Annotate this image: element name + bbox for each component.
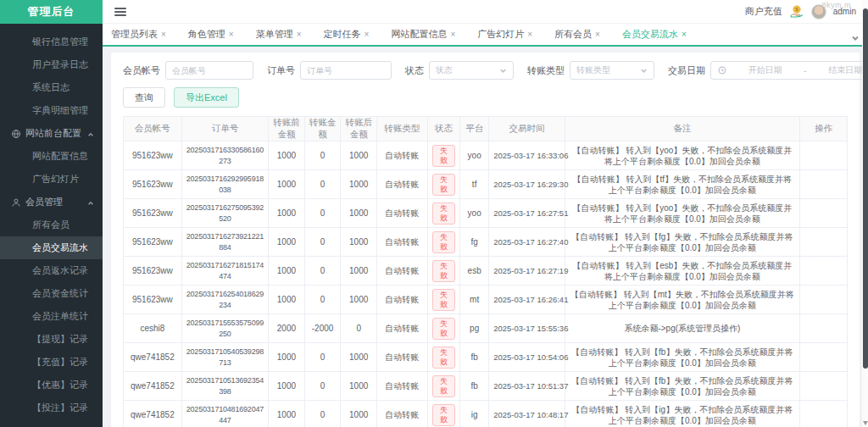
- cell-status: 失败: [427, 372, 459, 401]
- cell-order: 2025031716271815174474: [181, 257, 268, 286]
- cell-order: 2025031716330586160273: [181, 141, 268, 170]
- cell-amount: 0: [304, 228, 341, 257]
- topbar: 商户充值 $ admin: [103, 0, 868, 24]
- tab[interactable]: 管理员列表×: [111, 28, 166, 41]
- cell-post-amount: 1000: [341, 343, 377, 372]
- sidebar-item[interactable]: 【优惠】记录: [0, 374, 103, 396]
- sidebar-item[interactable]: 网站前台配置: [0, 122, 103, 145]
- sidebar-item[interactable]: 会员交易流水: [0, 236, 103, 259]
- cell-time: 2025-03-17 16:33:06: [489, 141, 565, 170]
- cell-post-amount: 1000: [341, 170, 377, 199]
- tab[interactable]: 广告幻灯片×: [477, 28, 532, 41]
- cell-action: [800, 314, 848, 343]
- page-scrollbar[interactable]: [862, 0, 868, 427]
- account-input[interactable]: [165, 61, 253, 80]
- table-row: qwe7418522025031710540539298713100001000…: [124, 343, 847, 372]
- sidebar-item[interactable]: 网站配置信息: [0, 145, 103, 168]
- sidebar-item[interactable]: 所有会员: [0, 214, 103, 236]
- sidebar-item[interactable]: 【充值】记录: [0, 351, 103, 374]
- cell-platform: esb: [460, 257, 489, 286]
- sidebar-item[interactable]: 会员返水记录: [0, 259, 103, 282]
- chevron-down-icon: [640, 67, 648, 75]
- close-icon[interactable]: ×: [450, 30, 455, 39]
- hamburger-icon[interactable]: [114, 8, 126, 16]
- tab-label: 网站配置信息: [391, 28, 447, 41]
- cell-amount: 0: [304, 401, 341, 427]
- search-button[interactable]: 查询: [123, 87, 165, 108]
- cell-order: 2025031710513692354398: [181, 372, 268, 401]
- close-icon[interactable]: ×: [595, 30, 600, 39]
- cell-transfer-type: 自动转账: [377, 170, 428, 199]
- scrollbar-thumb[interactable]: [863, 8, 868, 369]
- cell-account: 951623ww: [124, 141, 181, 170]
- cell-status: 失败: [427, 286, 459, 314]
- coin-hand-icon[interactable]: $: [789, 4, 804, 19]
- order-input[interactable]: [300, 61, 392, 80]
- tab[interactable]: 所有会员×: [554, 28, 600, 41]
- sidebar-item[interactable]: 用户登录日志: [0, 53, 103, 76]
- sidebar-item[interactable]: 会员管理: [0, 191, 103, 214]
- scrollbar-down-arrow[interactable]: [863, 421, 868, 425]
- status-badge: 失败: [432, 347, 455, 369]
- sidebar-item[interactable]: 【投注】记录: [0, 396, 103, 419]
- cell-platform: yoo: [460, 199, 489, 228]
- tab-label: 会员交易流水: [622, 28, 678, 41]
- status-select[interactable]: 状态: [429, 61, 514, 80]
- tab[interactable]: 菜单管理×: [256, 28, 302, 41]
- cell-time: 2025-03-17 16:27:40: [489, 228, 565, 257]
- column-header: 会员帐号: [124, 117, 181, 141]
- column-header: 状态: [427, 117, 459, 141]
- sidebar-item[interactable]: 会员资金统计: [0, 282, 103, 305]
- tab[interactable]: 角色管理×: [188, 28, 234, 41]
- cell-account: 951623ww: [124, 199, 181, 228]
- sidebar-item[interactable]: 系统日志: [0, 76, 103, 99]
- sidebar-item[interactable]: 银行信息管理: [0, 30, 103, 53]
- cell-order: 2025031716273921221884: [181, 228, 268, 257]
- tab-label: 广告幻灯片: [477, 28, 524, 41]
- tabbar-dropdown-icon[interactable]: [851, 30, 860, 46]
- date-range-picker[interactable]: 开始日期 - 结束日期: [710, 61, 868, 80]
- merchant-recharge-link[interactable]: 商户充值: [745, 5, 782, 18]
- cell-amount: 0: [304, 372, 341, 401]
- cell-status: 失败: [427, 401, 459, 427]
- cell-platform: fg: [460, 228, 489, 257]
- tab[interactable]: 网站配置信息×: [391, 28, 455, 41]
- close-icon[interactable]: ×: [161, 30, 166, 39]
- cell-post-amount: 1000: [341, 199, 377, 228]
- sidebar-item[interactable]: 会员注单统计: [0, 305, 103, 328]
- cell-status: 失败: [427, 170, 459, 199]
- cell-transfer-type: 自动转账: [377, 228, 428, 257]
- cell-transfer-type: 自动转账: [377, 199, 428, 228]
- cell-amount: 0: [304, 170, 341, 199]
- order-label: 订单号: [267, 64, 295, 77]
- chevron-up-icon: [87, 198, 94, 208]
- sidebar-item[interactable]: 【提现】记录: [0, 328, 103, 351]
- table-row: 951623ww2025031716275095392520100001000自…: [124, 199, 847, 228]
- cell-pre-amount: 1000: [269, 286, 305, 314]
- cell-order: 2025031715553575099250: [181, 314, 268, 343]
- status-label: 状态: [405, 64, 424, 77]
- tab-label: 管理员列表: [111, 28, 158, 41]
- cell-order: 2025031716275095392520: [181, 199, 268, 228]
- cell-action: [800, 401, 848, 427]
- status-badge: 失败: [432, 289, 455, 311]
- close-icon[interactable]: ×: [229, 30, 234, 39]
- cell-order: 2025031710481692047447: [181, 401, 268, 427]
- close-icon[interactable]: ×: [527, 30, 532, 39]
- table-row: ceshi820250317155535750992502000-20000自动…: [124, 314, 847, 343]
- date-separator: -: [804, 66, 806, 75]
- globe-icon: [11, 129, 21, 139]
- close-icon[interactable]: ×: [297, 30, 302, 39]
- close-icon[interactable]: ×: [682, 30, 687, 39]
- cell-remark: 【自动转账】 转入到【yoo】失败，不扣除会员系统额度并将上个平台剩余额度【0.…: [565, 199, 799, 228]
- sidebar-item[interactable]: 广告幻灯片: [0, 168, 103, 191]
- transfer-type-select[interactable]: 转账类型: [570, 61, 654, 80]
- app-logo: 管理后台: [0, 0, 103, 24]
- end-date-placeholder: 结束日期: [812, 64, 868, 76]
- sidebar-item[interactable]: 字典明细管理: [0, 99, 103, 122]
- tab[interactable]: 定时任务×: [324, 28, 370, 41]
- tab[interactable]: 会员交易流水×: [622, 28, 687, 41]
- close-icon[interactable]: ×: [364, 30, 370, 39]
- export-excel-button[interactable]: 导出Excel: [174, 87, 239, 108]
- app-window: 管理后台 银行信息管理用户登录日志系统日志字典明细管理网站前台配置网站配置信息广…: [0, 0, 868, 427]
